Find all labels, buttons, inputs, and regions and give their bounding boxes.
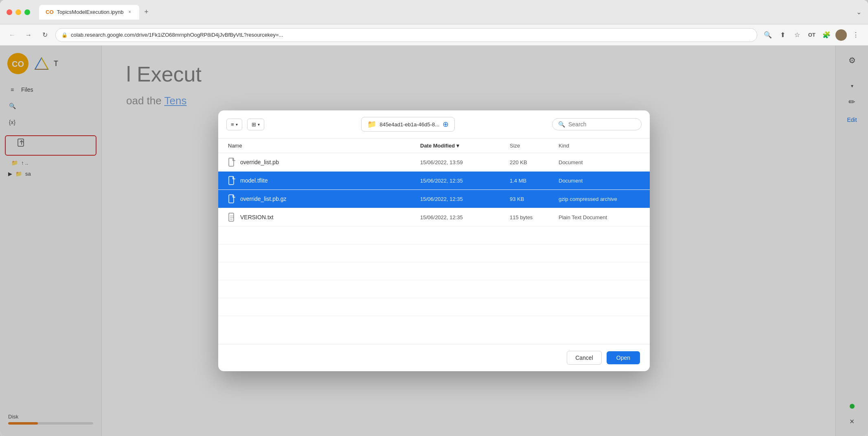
col-kind-header: Kind <box>559 143 640 149</box>
browser-window: CO TopicsModelExecution.ipynb × + ⌄ ← → … <box>0 0 868 436</box>
search-box[interactable]: 🔍 <box>552 118 642 130</box>
profile-initials: OT <box>808 32 815 38</box>
file-icon <box>228 194 236 204</box>
folder-path-text: 845e4ad1-eb1a-46d5-8... <box>379 121 439 128</box>
col-name-header: Name <box>228 143 420 149</box>
file-date: 15/06/2022, 12:35 <box>420 196 510 202</box>
file-name: model.tflite <box>240 177 268 184</box>
refresh-icon: ↻ <box>42 31 48 39</box>
bookmark-icon: ☆ <box>794 31 800 39</box>
dialog-footer: Cancel Open <box>218 344 650 371</box>
zoom-button[interactable]: 🔍 <box>762 29 774 41</box>
grid-view-button[interactable]: ⊞ ▾ <box>247 119 264 130</box>
file-kind: gzip compressed archive <box>559 196 640 202</box>
svg-rect-10 <box>229 213 234 221</box>
file-size: 93 KB <box>510 196 559 202</box>
file-list: override_list.pb 15/06/2022, 13:59 220 K… <box>218 153 650 344</box>
file-open-dialog: ≡ ▾ ⊞ ▾ 📁 845e4ad1-eb1a-46d5-8... ⊕ <box>218 110 650 371</box>
maximize-traffic-light[interactable] <box>24 9 30 15</box>
extensions-icon: 🧩 <box>822 31 831 39</box>
file-list-header: Name Date Modified ▾ Size Kind <box>218 139 650 153</box>
list-view-button[interactable]: ≡ ▾ <box>226 119 242 130</box>
file-name: VERSION.txt <box>240 214 274 220</box>
list-view-chevron-icon: ▾ <box>236 122 238 127</box>
extensions-button[interactable]: 🧩 <box>821 29 832 41</box>
file-row[interactable]: override_list.pb.gz 15/06/2022, 12:35 93… <box>218 190 650 208</box>
file-name-cell: override_list.pb.gz <box>228 194 420 204</box>
share-icon: ⬆ <box>780 31 785 39</box>
folder-blue-icon: 📁 <box>367 120 376 129</box>
profile-button[interactable]: OT <box>806 29 818 41</box>
file-name-cell: model.tflite <box>228 176 420 185</box>
cancel-button[interactable]: Cancel <box>567 351 602 365</box>
file-date: 15/06/2022, 12:35 <box>420 178 510 184</box>
list-view-icon: ≡ <box>231 121 234 128</box>
browser-actions: 🔍 ⬆ ☆ OT 🧩 ⋮ <box>762 29 861 41</box>
date-sort-icon[interactable]: ▾ <box>456 143 459 149</box>
grid-view-chevron-icon: ▾ <box>258 122 260 127</box>
dialog-overlay[interactable]: ≡ ▾ ⊞ ▾ 📁 845e4ad1-eb1a-46d5-8... ⊕ <box>0 46 868 436</box>
col-size-header: Size <box>510 143 559 149</box>
file-icon <box>228 212 236 222</box>
colab-tab-icon: CO <box>46 9 54 15</box>
file-kind: Plain Text Document <box>559 214 640 220</box>
back-button[interactable]: ← <box>7 29 18 41</box>
back-icon: ← <box>9 31 15 39</box>
file-name-cell: VERSION.txt <box>228 212 420 222</box>
file-name: override_list.pb.gz <box>240 196 287 202</box>
col-date-header: Date Modified ▾ <box>420 143 510 149</box>
more-icon: ⋮ <box>853 31 859 39</box>
lock-icon: 🔒 <box>61 32 68 38</box>
search-input[interactable] <box>568 121 640 128</box>
open-button[interactable]: Open <box>607 351 640 364</box>
empty-row <box>218 244 650 262</box>
file-icon <box>228 157 236 167</box>
search-icon: 🔍 <box>558 121 565 128</box>
close-traffic-light[interactable] <box>7 9 12 15</box>
empty-row <box>218 227 650 244</box>
grid-view-icon: ⊞ <box>252 121 256 128</box>
forward-icon: → <box>25 31 32 39</box>
user-avatar-button[interactable] <box>835 29 847 41</box>
bookmark-button[interactable]: ☆ <box>791 29 803 41</box>
file-name-cell: override_list.pb <box>228 157 420 167</box>
folder-path-area: 📁 845e4ad1-eb1a-46d5-8... ⊕ <box>269 117 547 132</box>
browser-content: CO T ≡ Files 🔍 <box>0 46 868 436</box>
folder-path-button[interactable]: 📁 845e4ad1-eb1a-46d5-8... ⊕ <box>361 117 455 132</box>
forward-button[interactable]: → <box>23 29 34 41</box>
file-kind: Document <box>559 178 640 184</box>
file-kind: Document <box>559 159 640 165</box>
file-date: 15/06/2022, 13:59 <box>420 159 510 165</box>
address-bar[interactable]: 🔒 colab.research.google.com/drive/1Fk1iZ… <box>55 28 757 42</box>
file-size: 115 bytes <box>510 214 559 220</box>
file-row[interactable]: override_list.pb 15/06/2022, 13:59 220 K… <box>218 153 650 172</box>
minimize-traffic-light[interactable] <box>15 9 21 15</box>
dialog-toolbar: ≡ ▾ ⊞ ▾ 📁 845e4ad1-eb1a-46d5-8... ⊕ <box>218 110 650 139</box>
empty-row <box>218 280 650 298</box>
tab-bar: CO TopicsModelExecution.ipynb × + <box>39 5 152 20</box>
traffic-lights <box>7 9 30 15</box>
titlebar: CO TopicsModelExecution.ipynb × + ⌄ <box>0 0 868 24</box>
empty-row <box>218 298 650 316</box>
more-options-button[interactable]: ⋮ <box>850 29 861 41</box>
file-icon <box>228 176 236 185</box>
zoom-icon: 🔍 <box>764 31 772 39</box>
file-row[interactable]: VERSION.txt 15/06/2022, 12:35 115 bytes … <box>218 208 650 227</box>
address-text: colab.research.google.com/drive/1Fk1iZO6… <box>71 32 751 38</box>
browser-chevron-icon: ⌄ <box>856 8 861 16</box>
file-date: 15/06/2022, 12:35 <box>420 214 510 220</box>
tab-close-button[interactable]: × <box>127 9 133 15</box>
file-size: 220 KB <box>510 159 559 165</box>
address-bar-row: ← → ↻ 🔒 colab.research.google.com/drive/… <box>0 24 868 46</box>
new-tab-button[interactable]: + <box>141 7 152 18</box>
avatar <box>835 29 847 41</box>
path-chevron-icon: ⊕ <box>443 120 449 129</box>
file-name: override_list.pb <box>240 159 279 165</box>
active-tab[interactable]: CO TopicsModelExecution.ipynb × <box>39 5 139 20</box>
share-button[interactable]: ⬆ <box>777 29 788 41</box>
file-size: 1.4 MB <box>510 178 559 184</box>
file-row[interactable]: model.tflite 15/06/2022, 12:35 1.4 MB Do… <box>218 172 650 190</box>
tab-label: TopicsModelExecution.ipynb <box>57 9 124 15</box>
empty-row <box>218 262 650 280</box>
refresh-button[interactable]: ↻ <box>39 29 50 41</box>
